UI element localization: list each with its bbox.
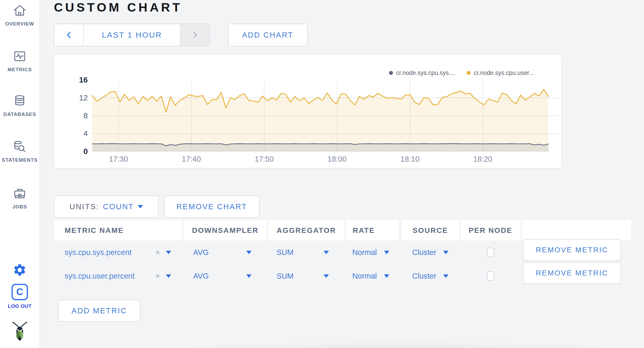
col-header-per-node: PER NODE [460,220,521,240]
col-header-rate: RATE [346,220,399,240]
rate-value: Normal [352,272,377,280]
svg-text:16: 16 [79,75,88,84]
svg-text:4: 4 [83,129,88,138]
svg-text:18:20: 18:20 [473,155,492,163]
sidebar-item-metrics[interactable]: METRICS [0,49,39,73]
sidebar-item-label: STATEMENTS [2,157,38,163]
settings-button[interactable] [0,263,39,277]
units-label: UNITS: [69,202,99,211]
col-header-aggregator: AGGREGATOR [268,220,345,240]
legend-label: cr.node.sys.cpu.sys.... [396,69,456,76]
source-select[interactable]: Cluster [402,240,459,264]
chart-legend: cr.node.sys.cpu.sys.... cr.node.sys.cpu.… [389,69,534,76]
home-icon [13,4,27,17]
chevron-down-icon [324,251,329,254]
chevron-down-icon [324,274,329,278]
chevron-down-icon [246,251,252,254]
clear-icon[interactable]: × [155,272,160,280]
svg-text:8: 8 [83,111,88,120]
downsampler-select[interactable]: AVG [184,264,267,288]
chart-card: cr.node.sys.cpu.sys.... cr.node.sys.cpu.… [54,54,562,168]
cockroach-logo [0,321,39,342]
svg-text:0: 0 [83,147,88,156]
add-chart-button[interactable]: ADD CHART [228,24,308,46]
source-value: Cluster [412,272,436,280]
database-icon [13,94,27,108]
clear-icon[interactable]: × [155,248,160,257]
sidebar-item-statements[interactable]: STATEMENTS [0,140,39,163]
chevron-down-icon [138,205,143,208]
downsampler-select[interactable]: AVG [184,240,267,264]
cockroach-c-icon: C [11,283,28,301]
svg-text:17:50: 17:50 [255,155,274,163]
downsampler-value: AVG [193,248,209,257]
source-value: Cluster [412,248,436,257]
sidebar: OVERVIEW METRICS DATABASES [0,0,40,348]
aggregator-select[interactable]: SUM [268,264,345,288]
svg-text:12: 12 [79,93,88,102]
legend-label: cr.node.sys.cpu.user... [474,69,534,76]
rate-select[interactable]: Normal [346,264,399,288]
logout-button[interactable]: C LOG OUT [0,283,39,309]
col-header-metric-name: METRIC NAME [54,220,182,240]
per-node-cell [460,240,521,264]
add-metric-button[interactable]: ADD METRIC [58,300,141,322]
statements-icon [13,140,27,153]
per-node-cell [460,264,521,288]
aggregator-select[interactable]: SUM [268,240,345,264]
time-prev-button[interactable] [54,24,84,46]
legend-item-sys[interactable]: cr.node.sys.cpu.sys.... [389,69,456,76]
rate-value: Normal [352,248,377,257]
chevron-down-icon [384,251,389,254]
legend-dot-sys [389,71,393,75]
col-header-downsampler: DOWNSAMPLER [184,220,267,240]
aggregator-value: SUM [277,248,293,257]
col-header-actions [522,220,631,240]
svg-text:17:30: 17:30 [109,155,128,163]
chevron-left-icon [66,31,72,39]
metric-name-value: sys.cpu.sys.percent [65,248,132,257]
cockroach-bug-icon [11,321,28,342]
sidebar-item-overview[interactable]: OVERVIEW [0,4,39,27]
time-next-button[interactable] [180,24,209,46]
briefcase-icon [13,187,27,200]
gear-icon [13,263,27,277]
units-dropdown[interactable]: UNITS: COUNT [54,196,159,218]
time-range-selector: LAST 1 HOUR [54,24,210,46]
remove-metric-button[interactable]: REMOVE METRIC [523,239,621,261]
time-range-label[interactable]: LAST 1 HOUR [84,24,180,46]
source-select[interactable]: Cluster [402,264,459,288]
downsampler-value: AVG [193,272,209,280]
sidebar-item-label: DATABASES [3,111,36,117]
metric-name-select[interactable]: sys.cpu.sys.percent × [54,240,182,264]
scroll-shadow [151,342,644,348]
metric-name-value: sys.cpu.user.percent [65,272,135,280]
chevron-down-icon [384,274,389,278]
remove-metric-button[interactable]: REMOVE METRIC [523,262,621,284]
units-value: COUNT [103,202,134,211]
per-node-checkbox[interactable] [487,248,494,257]
svg-text:18:00: 18:00 [328,155,347,163]
metric-name-select[interactable]: sys.cpu.user.percent × [54,264,182,288]
sidebar-item-jobs[interactable]: JOBS [0,187,39,210]
main-content: CUSTOM CHART LAST 1 HOUR ADD CHART cr.no… [40,0,644,348]
chevron-down-icon [246,274,252,278]
sidebar-item-databases[interactable]: DATABASES [0,94,39,117]
sidebar-item-label: METRICS [8,67,32,73]
legend-item-user[interactable]: cr.node.sys.cpu.user... [467,69,534,76]
metrics-icon [13,49,27,63]
sidebar-item-label: OVERVIEW [5,21,34,27]
col-header-source: SOURCE [402,220,459,240]
chevron-down-icon [443,251,448,254]
chevron-down-icon[interactable] [166,274,171,278]
per-node-checkbox[interactable] [487,271,494,281]
svg-text:C: C [16,286,23,297]
svg-text:18:10: 18:10 [400,155,420,163]
chevron-down-icon [443,274,448,278]
aggregator-value: SUM [277,272,293,280]
sidebar-item-label: JOBS [12,204,27,210]
rate-select[interactable]: Normal [346,240,399,264]
legend-dot-user [467,71,471,75]
chevron-down-icon[interactable] [166,251,171,254]
remove-chart-button[interactable]: REMOVE CHART [164,196,259,218]
